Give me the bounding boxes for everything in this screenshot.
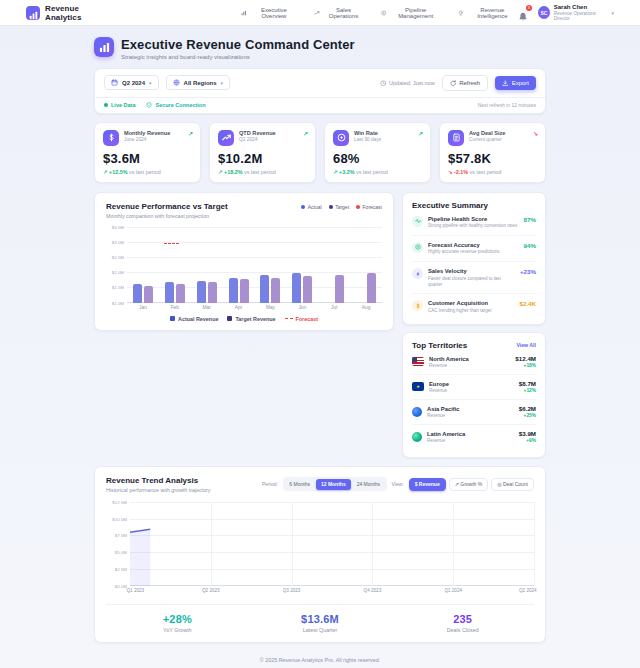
view-all-link[interactable]: View All	[516, 342, 536, 348]
y-axis-tick-label: $7.5M	[115, 533, 127, 538]
user-menu[interactable]: SC Sarah Chen Revenue Operations Directo…	[538, 4, 614, 21]
x-axis-tick-label: Q1 2024	[444, 588, 462, 593]
territory-row-latam[interactable]: Latin AmericaRevenue$3.9M+9%	[412, 425, 536, 449]
view-button-growth%[interactable]: ↗ Growth %	[449, 478, 489, 491]
actual-revenue-bar[interactable]	[133, 284, 142, 302]
export-button[interactable]: Export	[495, 76, 536, 90]
kpi-delta-value: ↗ +12.5%	[103, 169, 129, 175]
target-revenue-bar[interactable]	[367, 273, 376, 302]
territory-row-us[interactable]: North AmericaRevenue$12.4M+18%	[412, 350, 536, 375]
kpi-labels: Win RateLast 90 days	[354, 130, 381, 142]
executive-summary-title: Executive Summary	[412, 201, 488, 210]
target-revenue-bar[interactable]	[144, 286, 153, 303]
chart-legend-item-target-revenue[interactable]: Target Revenue	[227, 316, 275, 322]
target-revenue-bar[interactable]	[208, 282, 217, 302]
filters-toolbar: Q2 2024 ▾ All Regions ▾ Updated: Just no…	[94, 68, 546, 114]
kpi-delta-suffix: vs last period	[470, 169, 502, 175]
performance-chart-subtitle: Monthly comparison with forecast project…	[106, 213, 228, 219]
territory-name: Asia Pacific	[427, 406, 460, 412]
x-axis-tick-label: Mar	[191, 305, 223, 310]
kpi-card-qtd-revenue[interactable]: QTD RevenueQ2 2024↗$10.2M↗ +18.2% vs las…	[209, 122, 316, 183]
chart-legend-label: Forecast	[296, 316, 318, 322]
nav-item-sales-operations[interactable]: Sales Operations	[314, 7, 365, 19]
kpi-card-avg-deal-size[interactable]: Avg Deal SizeCurrent quarter↘$57.8K↘ -2.…	[439, 122, 546, 183]
dollar-icon	[412, 300, 423, 311]
target-revenue-bar[interactable]	[176, 284, 185, 303]
kpi-labels: Monthly RevenueJune 2024	[124, 130, 170, 142]
period-button-6-months[interactable]: 6 Months	[284, 479, 315, 490]
main-nav: Executive OverviewSales OperationsPipeli…	[241, 7, 518, 19]
territory-value: $3.9M	[519, 430, 536, 437]
target-icon	[412, 242, 423, 253]
bar-chart-icon	[99, 42, 110, 53]
trend-title: Revenue Trend Analysis	[106, 476, 211, 485]
kpi-sublabel: Current quarter	[469, 137, 505, 142]
kpi-delta: ↘ -2.1% vs last period	[448, 169, 537, 175]
kpi-label: Win Rate	[354, 130, 381, 136]
trend-stat-yoy-growth: +28%YoY Growth	[106, 613, 249, 634]
kpi-top: Monthly RevenueJune 2024	[103, 130, 192, 146]
brand-name: Revenue Analytics	[45, 4, 111, 22]
summary-item-value: +23%	[520, 268, 536, 275]
period-button-12-months[interactable]: 12 Months	[316, 479, 351, 490]
target-revenue-bar[interactable]	[303, 276, 312, 302]
period-select[interactable]: Q2 2024 ▾	[104, 75, 159, 90]
updated-text: Updated: Just now	[389, 80, 435, 86]
x-axis-tick-label: Q2 2023	[202, 588, 220, 593]
bell-icon	[518, 12, 528, 22]
actual-revenue-bar[interactable]	[260, 275, 269, 302]
territory-row-apac[interactable]: Asia PacificRevenue$6.2M+25%	[412, 400, 536, 425]
nav-item-pipeline-management[interactable]: Pipeline Management	[381, 7, 443, 19]
chevron-down-icon: ▾	[611, 10, 614, 16]
x-axis-tick-label: Q3 2023	[283, 588, 301, 593]
refresh-button[interactable]: Refresh	[442, 75, 489, 91]
executive-summary-card: Executive Summary Pipeline Health ScoreS…	[402, 192, 546, 325]
summary-item-desc: Highly accurate revenue predictions	[428, 249, 500, 255]
y-axis-tick-label: $1.0M	[112, 300, 124, 305]
kpi-card-monthly-revenue[interactable]: Monthly RevenueJune 2024↗$3.6M↗ +12.5% v…	[94, 122, 201, 183]
y-axis-tick-label: $3.0M	[112, 239, 124, 244]
y-axis-tick-label: $0.0M	[115, 583, 127, 588]
kpi-delta-value: ↘ -2.1%	[448, 169, 470, 175]
trend-stat-label: YoY Growth	[106, 627, 249, 633]
target-revenue-bar[interactable]	[271, 278, 280, 303]
bar-chart-icon	[241, 10, 246, 16]
region-select[interactable]: All Regions ▾	[166, 75, 231, 90]
nav-item-executive-overview[interactable]: Executive Overview	[241, 7, 298, 19]
top-territories-card: Top Territories View All North AmericaRe…	[402, 332, 546, 458]
bar-group-aug	[350, 227, 382, 303]
kpi-trend-arrow-icon: ↗	[418, 130, 423, 137]
kpi-card-win-rate[interactable]: Win RateLast 90 days↗68%↗ +3.2% vs last …	[324, 122, 431, 183]
legend-item-forecast[interactable]: Forecast	[356, 204, 382, 210]
territory-sublabel: Revenue	[427, 438, 465, 443]
bar-group-feb	[159, 227, 191, 303]
kpi-value: 68%	[333, 151, 422, 166]
actual-revenue-bar[interactable]	[197, 281, 206, 303]
x-axis-tick-label: Q2 2024	[519, 588, 537, 593]
page-title: Executive Revenue Command Center	[121, 37, 355, 52]
chart-legend-item-forecast[interactable]: Forecast	[285, 316, 318, 322]
target-revenue-bar[interactable]	[335, 275, 344, 303]
target-revenue-bar[interactable]	[240, 279, 249, 302]
executive-summary-list: Pipeline Health ScoreStrong pipeline wit…	[412, 210, 536, 316]
legend-item-actual[interactable]: Actual	[301, 204, 321, 210]
performance-chart-title: Revenue Performance vs Target	[106, 202, 228, 211]
kpi-value: $10.2M	[218, 151, 307, 166]
territory-row-eu[interactable]: ★EuropeRevenue$8.7M+12%	[412, 375, 536, 400]
actual-revenue-bar[interactable]	[292, 273, 301, 302]
nav-item-revenue-intelligence[interactable]: Revenue Intelligence	[458, 7, 518, 19]
actual-revenue-bar[interactable]	[229, 278, 238, 303]
legend-item-target[interactable]: Target	[329, 204, 349, 210]
legend-label: Forecast	[363, 204, 382, 210]
chart-legend-item-actual-revenue[interactable]: Actual Revenue	[170, 316, 218, 322]
kpi-top: QTD RevenueQ2 2024	[218, 130, 307, 146]
kpi-labels: Avg Deal SizeCurrent quarter	[469, 130, 505, 142]
period-segmented-control: 6 Months12 Months24 Months	[283, 477, 387, 491]
trend-plot: $12.5M$10.0M$7.5M$5.0M$2.5M$0.0M	[130, 502, 534, 586]
view-button-dealcount[interactable]: ◎ Deal Count	[491, 478, 534, 491]
view-button-revenue[interactable]: $ Revenue	[409, 478, 446, 491]
period-button-24-months[interactable]: 24 Months	[352, 479, 385, 490]
territory-text: Asia PacificRevenue	[427, 406, 460, 418]
actual-revenue-bar[interactable]	[165, 282, 174, 302]
notifications-bell-icon[interactable]: 3	[518, 8, 528, 18]
